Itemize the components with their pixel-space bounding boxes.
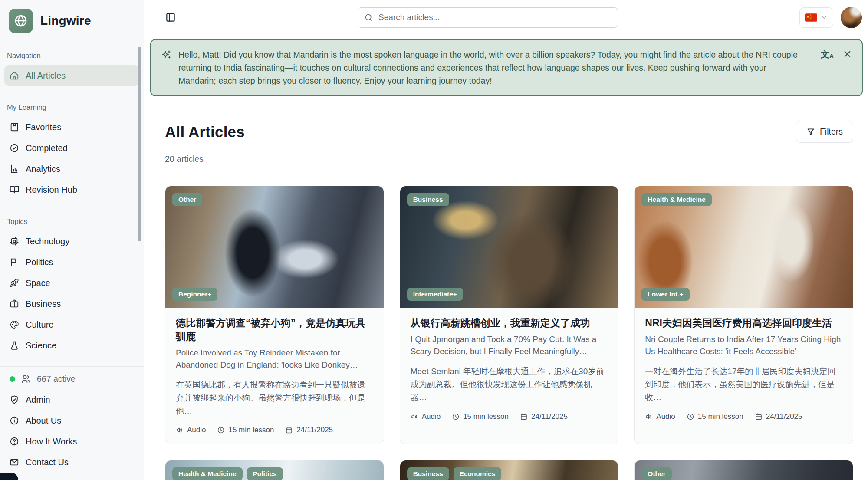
sidebar-item-business[interactable]: Business xyxy=(4,293,139,314)
article-count: 20 articles xyxy=(165,154,853,164)
language-selector[interactable] xyxy=(799,7,833,28)
rocket-icon xyxy=(10,278,19,288)
help-circle-icon xyxy=(10,437,19,446)
date-label: 24/11/2025 xyxy=(296,426,333,434)
clock-icon xyxy=(687,413,694,421)
date-label: 24/11/2025 xyxy=(766,412,802,421)
filters-button[interactable]: Filters xyxy=(796,121,853,143)
user-avatar[interactable] xyxy=(841,7,862,28)
audio-label: Audio xyxy=(422,412,441,421)
calendar-icon xyxy=(285,426,293,434)
search-icon xyxy=(364,13,373,22)
sidebar-item-how-it-works[interactable]: How It Works xyxy=(4,431,139,452)
sidebar-item-analytics[interactable]: Analytics xyxy=(4,158,139,179)
section-label-topics: Topics xyxy=(7,217,137,226)
category-badge: Other xyxy=(641,467,671,480)
sidebar-item-culture[interactable]: Culture xyxy=(4,314,139,335)
clock-icon xyxy=(217,426,225,434)
palette-icon xyxy=(10,320,19,329)
calendar-icon xyxy=(520,413,528,421)
article-image-office-woman: Business Intermediate+ xyxy=(400,186,618,308)
sidebar-item-admin[interactable]: Admin xyxy=(4,389,139,410)
articles-grid: Other Beginner+ 德比郡警方调查“被弃小狗”，竟是仿真玩具驯鹿 P… xyxy=(165,186,853,480)
sidebar-item-favorites[interactable]: Favorites xyxy=(4,117,139,138)
chevron-down-icon xyxy=(820,13,828,21)
sidebar-item-completed[interactable]: Completed xyxy=(4,138,139,158)
sidebar-item-label: Technology xyxy=(26,237,69,247)
article-card[interactable]: Business Intermediate+ 从银行高薪跳槽创业，我重新定义了成… xyxy=(400,186,619,444)
mail-icon xyxy=(10,457,19,467)
sidebar-item-label: Favorites xyxy=(26,122,61,132)
article-meta: Audio 15 min lesson 24/11/2025 xyxy=(411,412,608,421)
duration-label: 15 min lesson xyxy=(228,426,274,434)
sidebar-scrollbar[interactable] xyxy=(138,47,141,241)
sidebar-item-revision-hub[interactable]: Revision Hub xyxy=(4,179,139,200)
article-image-street-men: Other xyxy=(635,460,853,480)
sidebar-item-space[interactable]: Space xyxy=(4,273,139,293)
translate-icon[interactable]: 文A xyxy=(821,49,834,61)
book-open-icon xyxy=(10,185,19,194)
article-excerpt: Meet Semlani 年轻时在摩根大通工作，追求在30岁前成为副总裁。但他很… xyxy=(411,365,608,404)
article-image-office-hall: Business Economics xyxy=(400,460,618,480)
article-card[interactable]: Other xyxy=(634,460,853,480)
article-card[interactable]: Other Beginner+ 德比郡警方调查“被弃小狗”，竟是仿真玩具驯鹿 P… xyxy=(165,186,384,444)
app-logo[interactable]: Lingwire xyxy=(0,0,144,42)
article-card[interactable]: Health & Medicine Politics xyxy=(165,460,384,480)
clock-icon xyxy=(452,413,460,421)
article-subtitle: Police Involved as Toy Reindeer Mistaken… xyxy=(176,347,373,371)
duration-label: 15 min lesson xyxy=(698,412,743,421)
china-flag-icon xyxy=(805,13,817,22)
article-excerpt: 在英国德比郡，有人报警称在路边看到一只疑似被遗弃并被绑起来的小狗。虽然警方很快赶… xyxy=(176,378,373,418)
sidebar-item-label: Politics xyxy=(26,257,53,267)
app-name: Lingwire xyxy=(40,14,91,28)
sidebar-item-science[interactable]: Science xyxy=(4,335,139,356)
article-meta: Audio 15 min lesson 24/11/2025 xyxy=(176,426,373,434)
topbar-right xyxy=(799,7,862,28)
category-badge: Health & Medicine xyxy=(641,193,712,206)
sidebar-item-about-us[interactable]: About Us xyxy=(4,410,139,431)
category-badge: Health & Medicine xyxy=(172,467,243,480)
bookmark-icon xyxy=(10,122,19,132)
funnel-icon xyxy=(806,128,815,136)
article-card[interactable]: Business Economics xyxy=(400,460,619,480)
greeting-message: Hello, Matt! Did you know that Mandarin … xyxy=(178,48,814,87)
level-badge: Intermediate+ xyxy=(407,288,463,301)
level-badge: Lower Int.+ xyxy=(641,288,689,301)
sparkles-icon xyxy=(161,49,172,61)
category-badge: Other xyxy=(172,193,202,206)
sidebar-item-all-articles[interactable]: All Articles xyxy=(4,65,139,86)
sidebar-item-label: Admin xyxy=(26,395,50,405)
bar-chart-icon xyxy=(10,164,19,174)
sidebar-item-politics[interactable]: Politics xyxy=(4,252,139,273)
category-badge: Business xyxy=(407,193,449,206)
article-image-police-street: Other Beginner+ xyxy=(165,186,384,308)
main-content: All Articles Filters 20 articles Other B… xyxy=(144,96,868,480)
sidebar-divider xyxy=(0,366,144,367)
page-title: All Articles xyxy=(165,123,245,141)
close-icon[interactable] xyxy=(842,49,852,61)
shield-check-icon xyxy=(10,395,19,404)
audio-icon xyxy=(176,426,184,434)
date-label: 24/11/2025 xyxy=(531,412,568,421)
category-badge: Politics xyxy=(247,467,283,480)
sidebar-item-label: Completed xyxy=(26,143,68,153)
flag-icon xyxy=(10,257,19,267)
article-card[interactable]: Health & Medicine Lower Int.+ NRI夫妇因美国医疗… xyxy=(634,186,853,444)
sidebar-toggle-button[interactable] xyxy=(165,12,176,23)
app-root: Lingwire Navigation All Articles My Lear… xyxy=(0,0,868,480)
search-input[interactable] xyxy=(358,7,618,28)
cpu-icon xyxy=(10,237,19,246)
banner-actions: 文A xyxy=(821,49,852,87)
sidebar-item-label: Business xyxy=(26,299,61,309)
globe-logo-icon xyxy=(9,9,33,33)
level-badge: Beginner+ xyxy=(172,288,217,301)
article-image-hospital-hall: Health & Medicine Politics xyxy=(165,460,384,480)
section-label-navigation: Navigation xyxy=(7,52,137,60)
sidebar-item-technology[interactable]: Technology xyxy=(4,231,139,252)
active-users-status: 667 active xyxy=(0,368,144,389)
sidebar-item-label: Contact Us xyxy=(26,457,69,467)
sidebar-item-contact-us[interactable]: Contact Us xyxy=(4,452,139,473)
users-icon xyxy=(21,374,31,384)
audio-icon xyxy=(645,413,653,421)
sidebar-item-label: Analytics xyxy=(26,164,60,174)
